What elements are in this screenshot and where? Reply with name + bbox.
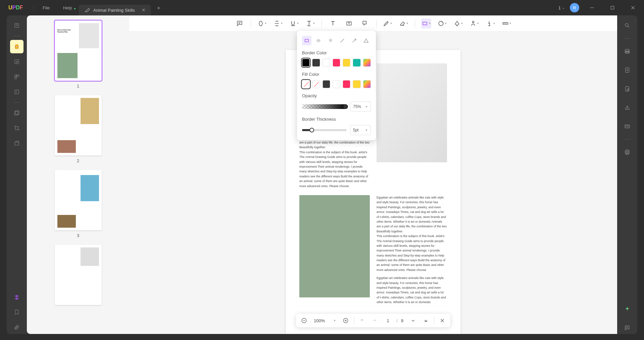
organize-mode-button[interactable] <box>10 70 23 83</box>
zoom-select[interactable]: 100%▼ <box>312 318 338 323</box>
document-tab[interactable]: Animal Painting Skills ✕ <box>79 5 151 15</box>
opacity-value-select[interactable]: 75%▼ <box>350 102 371 112</box>
ai-button[interactable] <box>621 303 633 315</box>
share-button[interactable] <box>621 102 633 114</box>
shape-polygon[interactable] <box>326 36 335 45</box>
maximize-button[interactable] <box>605 0 620 15</box>
shape-rectangle[interactable] <box>302 36 311 45</box>
thumbnail-number: 1 <box>77 83 79 89</box>
thumbnail-page-4[interactable] <box>55 245 102 305</box>
email-button[interactable] <box>621 120 633 132</box>
svg-rect-7 <box>16 46 18 47</box>
search-button[interactable] <box>621 19 633 32</box>
layers-button[interactable] <box>10 290 23 304</box>
crop-button[interactable] <box>10 121 23 135</box>
rectangle-button[interactable]: ▼ <box>421 18 431 29</box>
strikethrough-button[interactable]: ▼ <box>273 18 283 29</box>
flatten-button[interactable] <box>10 136 23 150</box>
reader-mode-button[interactable] <box>10 19 23 32</box>
fill-color-pink[interactable] <box>343 80 350 88</box>
svg-rect-44 <box>626 153 629 155</box>
svg-line-50 <box>353 39 356 42</box>
first-page-button[interactable] <box>357 316 367 325</box>
fill-color-yellow[interactable] <box>353 80 360 88</box>
underline-button[interactable]: ▼ <box>289 18 299 29</box>
thickness-value-select[interactable]: 5pt▼ <box>350 125 371 135</box>
fill-color-none[interactable] <box>302 80 310 88</box>
svg-text:OCR: OCR <box>625 51 630 53</box>
thickness-slider[interactable] <box>302 128 347 132</box>
annotation-toolbar: ▼ ▼ ▼ ▼ ▼ ▼ ▼ ▼ ▼ ▼ ▼ ▼ <box>129 15 617 32</box>
thumbnail-page-1[interactable]: How to Draw Our Favorite Pets <box>55 20 102 81</box>
border-color-pink[interactable] <box>333 59 340 67</box>
minimize-button[interactable] <box>584 0 600 15</box>
sign-button[interactable]: ▼ <box>486 18 496 29</box>
last-page-button[interactable] <box>421 316 431 325</box>
zoom-in-button[interactable] <box>341 316 350 325</box>
highlight-button[interactable]: ▼ <box>257 18 267 29</box>
border-color-darkgray[interactable] <box>312 59 320 67</box>
textbox-button[interactable] <box>344 18 354 29</box>
close-button[interactable] <box>625 0 641 15</box>
redact-button[interactable] <box>10 106 23 120</box>
shape-oval[interactable] <box>314 36 324 45</box>
svg-rect-1 <box>611 6 614 9</box>
border-color-teal[interactable] <box>353 59 360 67</box>
squiggly-button[interactable]: ▼ <box>305 18 315 29</box>
stamp-button[interactable]: ▼ <box>453 18 463 29</box>
callout-button[interactable] <box>360 18 370 29</box>
prev-page-button[interactable] <box>370 316 380 325</box>
window-count[interactable]: 1 ⌄ <box>558 5 565 10</box>
eraser-button[interactable]: ▼ <box>399 18 409 29</box>
fill-color-custom[interactable] <box>363 80 371 88</box>
menu-file[interactable]: File <box>36 5 56 10</box>
fill-color-none2[interactable] <box>312 80 320 88</box>
print-button[interactable] <box>621 146 633 158</box>
left-sidebar <box>7 15 27 334</box>
thumbnail-page-2[interactable] <box>55 95 102 156</box>
border-color-yellow[interactable] <box>343 59 350 67</box>
signature-button[interactable]: ▼ <box>469 18 480 29</box>
export-button[interactable] <box>621 64 633 76</box>
close-bar-button[interactable] <box>438 316 447 325</box>
comments-button[interactable] <box>621 322 633 334</box>
thumbnail-page-3[interactable] <box>55 170 102 230</box>
attachment-button[interactable] <box>10 321 23 334</box>
pencil-button[interactable]: ▼ <box>383 18 393 29</box>
dog-photo-image <box>299 195 370 297</box>
svg-rect-10 <box>17 75 19 76</box>
fill-color-label: Fill Color <box>302 72 371 77</box>
zoom-out-button[interactable] <box>299 316 309 325</box>
opacity-slider[interactable] <box>302 104 347 109</box>
shape-line[interactable] <box>338 36 347 45</box>
ocr-button[interactable]: OCR <box>621 45 633 57</box>
note-button[interactable] <box>235 18 245 29</box>
border-color-custom[interactable] <box>363 59 371 67</box>
fill-color-darkgray[interactable] <box>323 80 330 88</box>
page-sep: / <box>396 318 398 323</box>
separator: | <box>33 5 34 10</box>
protect-button[interactable] <box>621 83 633 95</box>
next-page-button[interactable] <box>408 316 418 325</box>
svg-rect-20 <box>423 22 427 24</box>
fill-color-white[interactable] <box>333 80 340 88</box>
tab-close-button[interactable]: ✕ <box>142 7 146 13</box>
sticker-button[interactable]: ▼ <box>437 18 447 29</box>
svg-rect-23 <box>503 22 508 24</box>
svg-rect-47 <box>305 39 309 42</box>
user-avatar[interactable]: R <box>570 3 579 12</box>
menu-help[interactable]: Help <box>56 5 79 10</box>
edit-mode-button[interactable] <box>10 55 23 68</box>
shape-arrow[interactable] <box>350 36 359 45</box>
tools-mode-button[interactable] <box>10 85 23 99</box>
border-color-black[interactable] <box>302 59 310 67</box>
page-number-input[interactable] <box>383 318 393 323</box>
svg-rect-19 <box>363 21 366 24</box>
comment-mode-button[interactable] <box>10 40 23 53</box>
tab-add-button[interactable]: ＋ <box>156 4 162 12</box>
shape-triangle[interactable] <box>362 36 371 45</box>
measure-button[interactable]: ▼ <box>502 18 512 29</box>
bookmark-button[interactable] <box>10 305 23 319</box>
border-color-white[interactable] <box>323 59 330 67</box>
text-button[interactable] <box>328 18 338 29</box>
